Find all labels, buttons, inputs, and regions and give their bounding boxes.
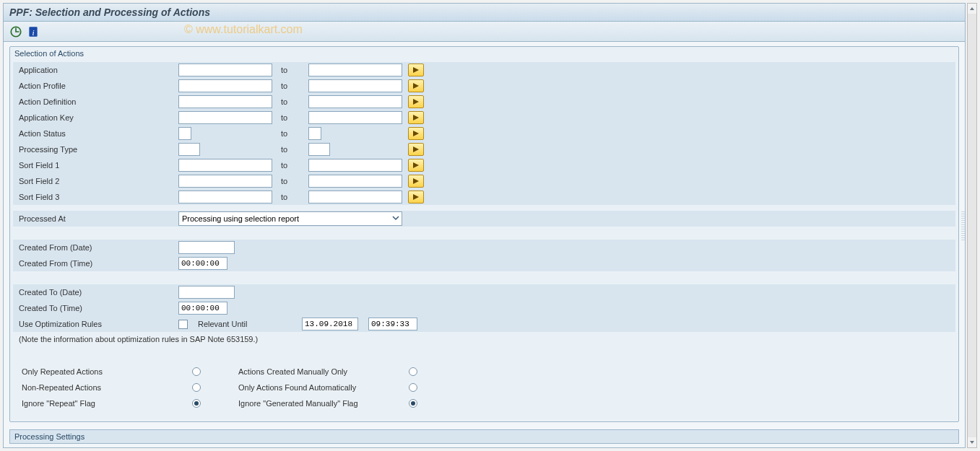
- group-title-selection: Selection of Actions: [10, 47, 958, 61]
- multiple-selection-button[interactable]: [408, 79, 424, 92]
- range-row: Sort Field 3to: [13, 189, 955, 205]
- toolbar: i © www.tutorialkart.com: [4, 22, 965, 42]
- range-label: Sort Field 1: [16, 157, 178, 173]
- range-from-input[interactable]: [178, 191, 272, 203]
- range-from-input[interactable]: [178, 175, 272, 188]
- range-from-input[interactable]: [178, 143, 200, 156]
- to-label: to: [281, 129, 305, 138]
- radio-row: Ignore "Repeat" Flag: [16, 395, 204, 411]
- radio-row: Only Repeated Actions: [16, 364, 204, 380]
- range-label: Application Key: [16, 110, 178, 126]
- optimization-note: (Note the information about optimization…: [13, 332, 955, 346]
- range-row: Action Profileto: [13, 78, 955, 94]
- row-created-from-date: Created From (Date): [13, 240, 955, 255]
- to-label: to: [281, 145, 305, 154]
- to-label: to: [281, 177, 305, 185]
- manual-filter-radio[interactable]: [409, 399, 417, 408]
- label-created-from-date: Created From (Date): [16, 240, 178, 255]
- relevant-until-time-input[interactable]: [368, 318, 417, 330]
- range-to-input[interactable]: [308, 111, 402, 124]
- manual-filter-radio[interactable]: [409, 367, 417, 376]
- range-from-input[interactable]: [178, 111, 272, 124]
- multiple-selection-button[interactable]: [408, 111, 424, 124]
- range-label: Processing Type: [16, 141, 178, 157]
- scroll-up-icon[interactable]: [968, 4, 976, 14]
- range-from-input[interactable]: [178, 64, 272, 76]
- created-from-time-input[interactable]: [178, 257, 227, 270]
- created-from-date-input[interactable]: [178, 241, 235, 254]
- row-processed-at: Processed At Processing using selection …: [13, 211, 955, 227]
- repeat-filter-radio[interactable]: [192, 367, 201, 376]
- use-optimization-checkbox[interactable]: [178, 320, 188, 329]
- radio-label: Only Actions Found Automatically: [235, 380, 409, 395]
- range-label: Action Profile: [16, 78, 178, 94]
- row-use-optimization: Use Optimization Rules Relevant Until: [13, 316, 955, 332]
- manual-filter-radio[interactable]: [409, 383, 417, 392]
- repeat-filter-radio[interactable]: [192, 399, 201, 408]
- range-from-input[interactable]: [178, 95, 272, 108]
- radio-row: Ignore "Generated Manually" Flag: [233, 395, 420, 411]
- row-created-to-date: Created To (Date): [13, 284, 955, 300]
- range-to-input[interactable]: [308, 175, 402, 188]
- range-from-input[interactable]: [178, 127, 191, 140]
- range-from-input[interactable]: [178, 159, 272, 172]
- label-created-from-time: Created From (Time): [16, 255, 178, 271]
- created-to-date-input[interactable]: [178, 286, 235, 299]
- range-to-input[interactable]: [308, 143, 330, 156]
- multiple-selection-button[interactable]: [408, 143, 424, 156]
- radio-label: Non-Repeated Actions: [19, 380, 192, 395]
- range-to-input[interactable]: [308, 95, 402, 108]
- range-to-input[interactable]: [308, 64, 402, 76]
- scroll-down-icon[interactable]: [968, 437, 976, 447]
- created-to-time-input[interactable]: [178, 302, 227, 315]
- radio-row: Only Actions Found Automatically: [233, 380, 420, 395]
- multiple-selection-button[interactable]: [408, 159, 424, 172]
- relevant-until-date-input[interactable]: [302, 318, 358, 330]
- radio-row: Actions Created Manually Only: [233, 364, 420, 380]
- watermark: © www.tutorialkart.com: [184, 23, 303, 36]
- range-to-input[interactable]: [308, 191, 402, 203]
- range-to-input[interactable]: [308, 127, 321, 140]
- range-row: Application Keyto: [13, 110, 955, 126]
- radio-row: Non-Repeated Actions: [16, 380, 204, 395]
- selection-group: Selection of Actions ApplicationtoAction…: [9, 46, 959, 422]
- radio-section: Only Repeated ActionsNon-Repeated Action…: [13, 359, 955, 416]
- app-window: PPF: Selection and Processing of Actions…: [3, 3, 966, 448]
- to-label: to: [281, 66, 305, 74]
- range-to-input[interactable]: [308, 79, 402, 92]
- range-label: Action Definition: [16, 94, 178, 110]
- range-label: Sort Field 2: [16, 173, 178, 189]
- range-row: Action Statusto: [13, 126, 955, 141]
- resize-handle-icon[interactable]: [961, 211, 966, 240]
- multiple-selection-button[interactable]: [408, 95, 424, 108]
- multiple-selection-button[interactable]: [408, 64, 424, 76]
- vertical-scrollbar[interactable]: [967, 3, 977, 448]
- info-icon[interactable]: i: [27, 25, 40, 38]
- repeat-filter-radio[interactable]: [192, 383, 201, 392]
- range-from-input[interactable]: [178, 79, 272, 92]
- range-row: Action Definitionto: [13, 94, 955, 110]
- row-created-to-time: Created To (Time): [13, 300, 955, 316]
- range-label: Application: [16, 62, 178, 78]
- range-to-input[interactable]: [308, 159, 402, 172]
- to-label: to: [281, 82, 305, 90]
- range-row: Sort Field 2to: [13, 173, 955, 189]
- label-use-optimization: Use Optimization Rules: [16, 316, 178, 332]
- radio-label: Ignore "Generated Manually" Flag: [235, 395, 409, 411]
- range-row: Applicationto: [13, 62, 955, 78]
- processed-at-select[interactable]: Processing using selection report: [178, 211, 402, 226]
- range-row: Sort Field 1to: [13, 157, 955, 173]
- radio-label: Ignore "Repeat" Flag: [19, 395, 192, 411]
- svg-text:i: i: [32, 27, 34, 36]
- execute-icon[interactable]: [9, 25, 22, 38]
- to-label: to: [281, 113, 305, 122]
- to-label: to: [281, 161, 305, 170]
- group-title-processing: Processing Settings: [9, 429, 959, 444]
- to-label: to: [281, 193, 305, 201]
- multiple-selection-button[interactable]: [408, 191, 424, 203]
- page-title: PPF: Selection and Processing of Actions: [4, 4, 965, 22]
- range-label: Action Status: [16, 126, 178, 141]
- range-label: Sort Field 3: [16, 189, 178, 205]
- multiple-selection-button[interactable]: [408, 127, 424, 140]
- multiple-selection-button[interactable]: [408, 175, 424, 188]
